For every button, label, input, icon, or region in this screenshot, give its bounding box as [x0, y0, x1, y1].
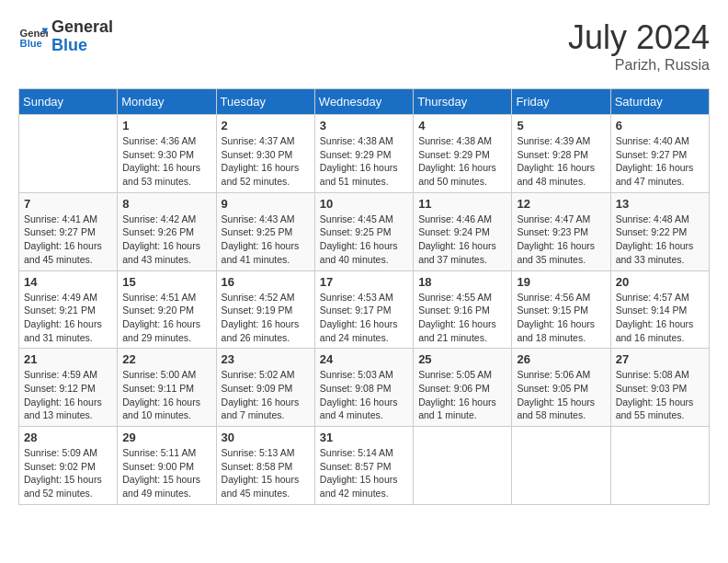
calendar-cell [19, 115, 118, 193]
day-info: Sunrise: 4:51 AMSunset: 9:20 PMDaylight:… [122, 291, 210, 345]
day-number: 18 [418, 275, 506, 289]
calendar-header-saturday: Saturday [610, 89, 709, 115]
calendar-cell: 17Sunrise: 4:53 AMSunset: 9:17 PMDayligh… [314, 270, 413, 349]
day-number: 1 [122, 119, 210, 132]
day-info: Sunrise: 5:08 AMSunset: 9:03 PMDaylight:… [616, 368, 704, 422]
day-number: 20 [616, 275, 704, 289]
calendar-cell: 26Sunrise: 5:06 AMSunset: 9:05 PMDayligh… [512, 349, 610, 427]
calendar-cell: 15Sunrise: 4:51 AMSunset: 9:20 PMDayligh… [118, 270, 216, 349]
calendar-cell: 12Sunrise: 4:47 AMSunset: 9:23 PMDayligh… [512, 192, 610, 270]
calendar-cell: 1Sunrise: 4:36 AMSunset: 9:30 PMDaylight… [118, 115, 216, 193]
location: Parizh, Russia [568, 57, 710, 74]
day-number: 5 [517, 119, 605, 132]
day-number: 25 [418, 352, 506, 366]
day-info: Sunrise: 4:52 AMSunset: 9:19 PMDaylight:… [222, 291, 310, 345]
day-info: Sunrise: 4:38 AMSunset: 9:29 PMDaylight:… [418, 134, 506, 189]
day-number: 7 [24, 197, 112, 211]
day-info: Sunrise: 5:13 AMSunset: 8:58 PMDaylight:… [222, 446, 310, 500]
day-info: Sunrise: 4:56 AMSunset: 9:15 PMDaylight:… [517, 291, 605, 345]
logo-icon: General Blue [18, 22, 48, 52]
calendar-cell: 25Sunrise: 5:05 AMSunset: 9:06 PMDayligh… [414, 349, 512, 427]
day-info: Sunrise: 4:49 AMSunset: 9:21 PMDaylight:… [24, 291, 112, 345]
day-info: Sunrise: 4:38 AMSunset: 9:29 PMDaylight:… [320, 134, 408, 189]
calendar-header-sunday: Sunday [19, 89, 118, 115]
day-number: 14 [24, 275, 112, 289]
day-number: 30 [222, 431, 310, 444]
day-info: Sunrise: 4:48 AMSunset: 9:22 PMDaylight:… [616, 213, 704, 267]
calendar-table: SundayMondayTuesdayWednesdayThursdayFrid… [18, 88, 710, 505]
calendar-cell: 16Sunrise: 4:52 AMSunset: 9:19 PMDayligh… [216, 270, 314, 349]
day-number: 24 [320, 352, 408, 366]
logo-text: General Blue [51, 18, 113, 55]
day-number: 13 [616, 197, 704, 211]
calendar-cell [610, 427, 709, 505]
day-number: 8 [122, 197, 210, 211]
day-info: Sunrise: 4:37 AMSunset: 9:30 PMDaylight:… [222, 134, 310, 189]
calendar-week-row: 14Sunrise: 4:49 AMSunset: 9:21 PMDayligh… [19, 270, 710, 349]
day-info: Sunrise: 5:03 AMSunset: 9:08 PMDaylight:… [320, 368, 408, 422]
day-number: 2 [222, 119, 310, 132]
day-info: Sunrise: 4:43 AMSunset: 9:25 PMDaylight:… [222, 213, 310, 267]
day-info: Sunrise: 4:53 AMSunset: 9:17 PMDaylight:… [320, 291, 408, 345]
day-info: Sunrise: 5:05 AMSunset: 9:06 PMDaylight:… [418, 368, 506, 422]
day-number: 16 [222, 275, 310, 289]
calendar-cell: 4Sunrise: 4:38 AMSunset: 9:29 PMDaylight… [414, 115, 512, 193]
calendar-cell: 11Sunrise: 4:46 AMSunset: 9:24 PMDayligh… [414, 192, 512, 270]
calendar-cell: 28Sunrise: 5:09 AMSunset: 9:02 PMDayligh… [19, 427, 118, 505]
day-number: 11 [418, 197, 506, 211]
day-number: 27 [616, 352, 704, 366]
calendar-week-row: 7Sunrise: 4:41 AMSunset: 9:27 PMDaylight… [19, 192, 710, 270]
day-number: 3 [320, 119, 408, 132]
day-info: Sunrise: 5:11 AMSunset: 9:00 PMDaylight:… [122, 446, 210, 500]
day-number: 23 [222, 352, 310, 366]
day-number: 28 [24, 431, 112, 444]
calendar-cell: 13Sunrise: 4:48 AMSunset: 9:22 PMDayligh… [610, 192, 709, 270]
calendar-cell: 31Sunrise: 5:14 AMSunset: 8:57 PMDayligh… [314, 427, 413, 505]
calendar-header-monday: Monday [118, 89, 216, 115]
calendar-cell: 14Sunrise: 4:49 AMSunset: 9:21 PMDayligh… [19, 270, 118, 349]
calendar-cell: 24Sunrise: 5:03 AMSunset: 9:08 PMDayligh… [314, 349, 413, 427]
day-number: 26 [517, 352, 605, 366]
calendar-header-row: SundayMondayTuesdayWednesdayThursdayFrid… [19, 89, 710, 115]
day-info: Sunrise: 5:14 AMSunset: 8:57 PMDaylight:… [320, 446, 408, 500]
day-number: 4 [418, 119, 506, 132]
day-info: Sunrise: 5:00 AMSunset: 9:11 PMDaylight:… [122, 368, 210, 422]
calendar-cell: 29Sunrise: 5:11 AMSunset: 9:00 PMDayligh… [118, 427, 216, 505]
calendar-cell: 2Sunrise: 4:37 AMSunset: 9:30 PMDaylight… [216, 115, 314, 193]
calendar-week-row: 28Sunrise: 5:09 AMSunset: 9:02 PMDayligh… [19, 427, 710, 505]
day-number: 19 [517, 275, 605, 289]
day-number: 21 [24, 352, 112, 366]
calendar-cell: 10Sunrise: 4:45 AMSunset: 9:25 PMDayligh… [314, 192, 413, 270]
day-number: 12 [517, 197, 605, 211]
calendar-cell: 6Sunrise: 4:40 AMSunset: 9:27 PMDaylight… [610, 115, 709, 193]
calendar-header-thursday: Thursday [414, 89, 512, 115]
day-number: 29 [122, 431, 210, 444]
calendar-cell: 9Sunrise: 4:43 AMSunset: 9:25 PMDaylight… [216, 192, 314, 270]
calendar-cell: 20Sunrise: 4:57 AMSunset: 9:14 PMDayligh… [610, 270, 709, 349]
month-year: July 2024 [568, 18, 710, 57]
calendar-cell [512, 427, 610, 505]
day-number: 22 [122, 352, 210, 366]
day-info: Sunrise: 4:47 AMSunset: 9:23 PMDaylight:… [517, 213, 605, 267]
day-info: Sunrise: 4:39 AMSunset: 9:28 PMDaylight:… [517, 134, 605, 189]
calendar-header-tuesday: Tuesday [216, 89, 314, 115]
calendar-cell: 18Sunrise: 4:55 AMSunset: 9:16 PMDayligh… [414, 270, 512, 349]
day-number: 6 [616, 119, 704, 132]
day-info: Sunrise: 4:36 AMSunset: 9:30 PMDaylight:… [122, 134, 210, 189]
calendar-cell [414, 427, 512, 505]
calendar-week-row: 1Sunrise: 4:36 AMSunset: 9:30 PMDaylight… [19, 115, 710, 193]
day-number: 10 [320, 197, 408, 211]
day-info: Sunrise: 5:09 AMSunset: 9:02 PMDaylight:… [24, 446, 112, 500]
calendar-cell: 3Sunrise: 4:38 AMSunset: 9:29 PMDaylight… [314, 115, 413, 193]
day-number: 17 [320, 275, 408, 289]
calendar-cell: 7Sunrise: 4:41 AMSunset: 9:27 PMDaylight… [19, 192, 118, 270]
day-info: Sunrise: 4:42 AMSunset: 9:26 PMDaylight:… [122, 213, 210, 267]
calendar-cell: 27Sunrise: 5:08 AMSunset: 9:03 PMDayligh… [610, 349, 709, 427]
calendar-cell: 5Sunrise: 4:39 AMSunset: 9:28 PMDaylight… [512, 115, 610, 193]
calendar-header-wednesday: Wednesday [314, 89, 413, 115]
calendar-cell: 23Sunrise: 5:02 AMSunset: 9:09 PMDayligh… [216, 349, 314, 427]
day-info: Sunrise: 4:40 AMSunset: 9:27 PMDaylight:… [616, 134, 704, 189]
day-info: Sunrise: 4:45 AMSunset: 9:25 PMDaylight:… [320, 213, 408, 267]
calendar-header-friday: Friday [512, 89, 610, 115]
day-number: 31 [320, 431, 408, 444]
